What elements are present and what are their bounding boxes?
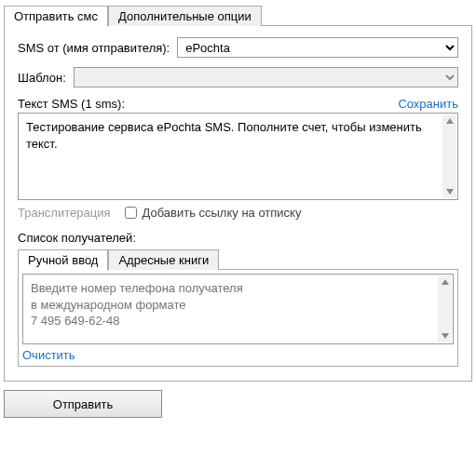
tab-send-sms[interactable]: Отправить смс bbox=[4, 6, 108, 27]
message-label: Текст SMS (1 sms): bbox=[18, 97, 125, 111]
template-row: Шаблон: bbox=[18, 67, 458, 87]
recipients-panel: Очистить bbox=[18, 269, 458, 367]
send-button[interactable]: Отправить bbox=[4, 390, 162, 418]
message-header-row: Текст SMS (1 sms): Сохранить bbox=[18, 97, 458, 111]
send-sms-panel: SMS от (имя отправителя): ePochta Шаблон… bbox=[4, 25, 472, 382]
sender-select[interactable]: ePochta bbox=[177, 37, 458, 58]
message-textarea[interactable] bbox=[19, 114, 442, 199]
tab-extra-options[interactable]: Дополнительные опции bbox=[108, 6, 262, 26]
save-link[interactable]: Сохранить bbox=[398, 97, 458, 111]
message-options-row: Транслитерация Добавить ссылку на отписк… bbox=[18, 206, 458, 220]
unsubscribe-checkbox[interactable] bbox=[125, 207, 137, 219]
sender-row: SMS от (имя отправителя): ePochta bbox=[18, 37, 458, 58]
unsubscribe-label: Добавить ссылку на отписку bbox=[142, 206, 301, 220]
message-scrollbar[interactable] bbox=[442, 114, 456, 198]
scroll-up-icon[interactable] bbox=[438, 275, 452, 289]
recipients-textarea[interactable] bbox=[23, 275, 438, 343]
recipients-scrollbar[interactable] bbox=[438, 275, 452, 342]
recipients-tab-strip: Ручной ввод Адресные книги bbox=[18, 248, 458, 270]
sender-label: SMS от (имя отправителя): bbox=[18, 41, 170, 55]
clear-link[interactable]: Очистить bbox=[22, 348, 75, 362]
recipients-label: Список получателей: bbox=[18, 231, 458, 245]
scroll-up-icon[interactable] bbox=[442, 114, 456, 128]
main-tab-strip: Отправить смс Дополнительные опции bbox=[4, 4, 472, 26]
tab-manual-input[interactable]: Ручной ввод bbox=[18, 249, 108, 271]
translit-link: Транслитерация bbox=[18, 206, 110, 220]
template-select[interactable] bbox=[74, 67, 458, 87]
scroll-down-icon[interactable] bbox=[438, 329, 452, 342]
tab-address-books[interactable]: Адресные книги bbox=[108, 249, 219, 270]
recipients-textarea-wrap bbox=[22, 274, 454, 344]
message-textarea-wrap bbox=[18, 113, 458, 200]
unsubscribe-checkbox-wrap[interactable]: Добавить ссылку на отписку bbox=[125, 206, 301, 220]
template-label: Шаблон: bbox=[18, 71, 66, 85]
scroll-down-icon[interactable] bbox=[442, 185, 456, 198]
